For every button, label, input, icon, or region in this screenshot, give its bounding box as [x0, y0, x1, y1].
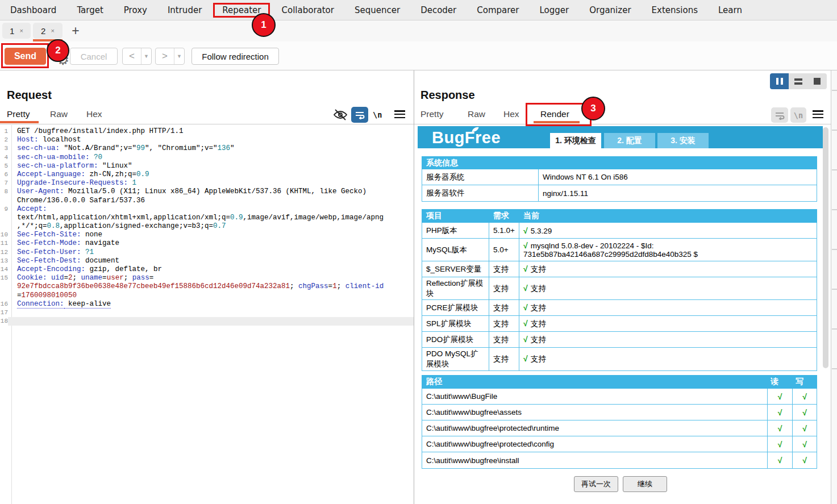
forward-icon[interactable]: >	[156, 48, 174, 64]
check-icon: √	[802, 440, 807, 449]
table-row: MySQL版本5.0+√mysqlnd 5.0.8-dev - 20102224…	[422, 239, 817, 261]
path-value: C:\autit\www\bugfree\protected\config	[422, 436, 768, 452]
menu-item-decoder[interactable]: Decoder	[410, 0, 467, 20]
path-writable: √	[793, 389, 817, 404]
line-number: 18	[0, 317, 8, 326]
req-required: 支持	[489, 261, 519, 277]
response-title: Response	[420, 89, 475, 102]
menu-item-target[interactable]: Target	[66, 0, 113, 20]
install-step-2: 2. 配置	[604, 133, 655, 148]
response-view-controls	[770, 73, 827, 89]
menu-item-extensions[interactable]: Extensions	[642, 0, 708, 20]
word-wrap-icon[interactable]	[351, 107, 368, 123]
request-menu-icon[interactable]	[394, 110, 405, 118]
line-number: 16	[0, 300, 8, 309]
req-current-value: √支持	[523, 303, 546, 313]
path-value: C:\autit\www\bugfree\install	[422, 452, 768, 468]
path-readable: √	[768, 405, 793, 420]
path-writable: √	[793, 436, 817, 452]
cancel-button[interactable]: Cancel	[70, 48, 118, 65]
req-current: √支持	[519, 261, 817, 277]
retry-button[interactable]: 再试一次	[574, 476, 618, 492]
menu-item-sequencer[interactable]: Sequencer	[344, 0, 410, 20]
follow-redirection-button[interactable]: Follow redirection	[191, 48, 279, 65]
req-current-value: √5.3.29	[523, 226, 552, 235]
menu-item-logger[interactable]: Logger	[529, 0, 579, 20]
request-line-18: 18	[0, 317, 414, 326]
check-icon: √	[523, 319, 528, 328]
table-row: C:\autit\www\bugfree\protected\runtime√√	[422, 420, 817, 436]
request-tab-pretty[interactable]: Pretty	[7, 109, 30, 119]
request-title: Request	[7, 89, 52, 102]
menu-item-organizer[interactable]: Organizer	[579, 0, 641, 20]
req-required: 5.1.0+	[489, 223, 519, 238]
close-icon[interactable]: ×	[19, 27, 23, 34]
col-header-write: 写	[792, 377, 803, 387]
repeater-tab-1[interactable]: 1 ×	[2, 23, 31, 39]
request-line-11: 11Sec-Fetch-Mode: navigate	[0, 239, 414, 248]
add-tab-button[interactable]: +	[67, 22, 84, 39]
req-required: 支持	[489, 348, 519, 370]
request-tab-raw[interactable]: Raw	[50, 109, 68, 119]
check-icon: √	[778, 408, 782, 417]
editor-scroll-markers	[831, 70, 837, 504]
back-icon[interactable]: <	[123, 48, 141, 64]
menu-item-comparer[interactable]: Comparer	[467, 0, 529, 20]
hide-nonprintable-icon[interactable]	[332, 108, 348, 122]
repeater-tab-2[interactable]: 2 ×	[33, 23, 63, 39]
pause-updates-button[interactable]	[770, 73, 789, 89]
menu-item-learn[interactable]: Learn	[708, 0, 752, 20]
check-icon: √	[802, 456, 807, 465]
line-number: 4	[0, 153, 8, 162]
request-line-10: 10Sec-Fetch-Site: none	[0, 231, 414, 239]
close-icon[interactable]: ×	[51, 27, 54, 34]
forward-button[interactable]: > ▼	[155, 48, 185, 65]
req-item: MySQL版本	[422, 239, 489, 261]
request-line-13: 13Sec-Fetch-Dest: document	[0, 257, 414, 265]
menu-item-intruder[interactable]: Intruder	[157, 0, 212, 20]
request-editor[interactable]: 1GET /bugfree/install/index.php HTTP/1.1…	[0, 125, 414, 504]
response-render-view[interactable]: BugFree 1. 环境检查 2. 配置 3. 安装 系统信息服务器系统Win…	[414, 125, 831, 504]
word-wrap-icon-disabled[interactable]	[771, 107, 788, 123]
response-tab-hex[interactable]: Hex	[503, 109, 519, 119]
newline-toggle-icon[interactable]: \n	[373, 110, 382, 119]
annotation-step-2: 2	[47, 39, 69, 62]
newline-toggle-icon-disabled[interactable]: \n	[790, 107, 806, 123]
line-number	[0, 222, 8, 231]
chevron-down-icon[interactable]: ▼	[141, 48, 151, 64]
requirements-table: PHP版本5.1.0+√5.3.29MySQL版本5.0+√mysqlnd 5.…	[422, 223, 817, 371]
response-menu-icon[interactable]	[813, 110, 823, 118]
stop-render-button[interactable]	[808, 73, 827, 89]
menu-item-proxy[interactable]: Proxy	[114, 0, 157, 20]
divider	[414, 124, 831, 124]
request-line-wrap: Chrome/136.0.0.0 Safari/537.36	[0, 197, 414, 205]
split-view-button[interactable]	[789, 73, 807, 89]
response-tab-raw[interactable]: Raw	[468, 109, 485, 119]
path-readable: √	[768, 436, 793, 452]
paths-table: C:\autit\www\BugFile√√C:\autit\www\bugfr…	[422, 389, 817, 469]
request-line-3: 3sec-ch-ua: "Not.A/Brand";v="99", "Chrom…	[0, 144, 414, 153]
col-header-required: 需求	[489, 211, 519, 221]
back-button[interactable]: < ▼	[122, 48, 152, 65]
req-current-value: √支持	[523, 354, 546, 364]
menu-item-collaborator[interactable]: Collaborator	[272, 0, 344, 20]
render-scrollbar[interactable]	[823, 127, 828, 368]
line-number: 8	[0, 188, 8, 196]
path-writable: √	[793, 452, 817, 468]
request-line-wrap: ,*/*;q=0.8,application/signed-exchange;v…	[0, 222, 414, 231]
menu-item-dashboard[interactable]: Dashboard	[0, 0, 66, 20]
req-current: √支持	[519, 277, 817, 299]
continue-button[interactable]: 继续	[623, 476, 667, 492]
response-tab-pretty[interactable]: Pretty	[420, 109, 443, 119]
annotation-box-send	[1, 43, 49, 68]
check-icon: √	[778, 456, 782, 465]
req-required: 支持	[489, 300, 519, 315]
chevron-down-icon[interactable]: ▼	[174, 48, 184, 64]
leaf-icon	[471, 127, 480, 132]
request-line-16: 16Connection: keep-alive	[0, 300, 414, 309]
req-current-value: √支持	[523, 319, 546, 329]
req-current-value: √支持	[523, 264, 546, 274]
tab-label: 1	[10, 26, 14, 36]
request-line-12: 12Sec-Fetch-User: ?1	[0, 248, 414, 257]
request-tab-hex[interactable]: Hex	[86, 109, 102, 119]
